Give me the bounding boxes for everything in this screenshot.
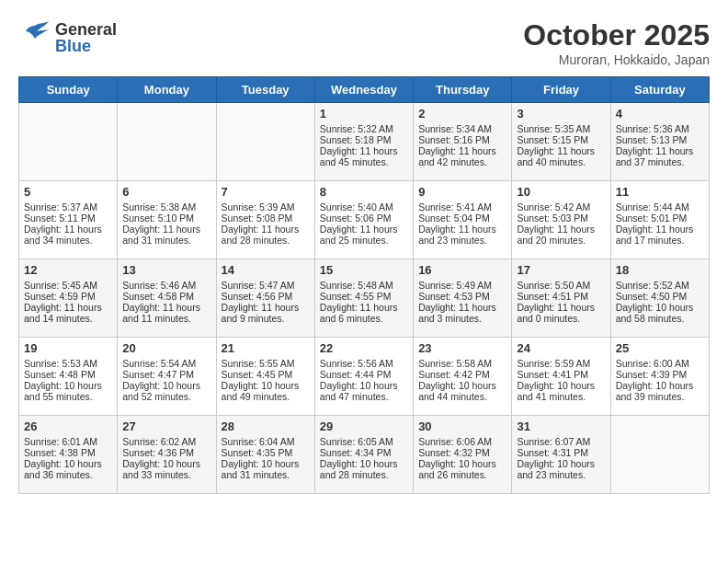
day-cell: 1Sunrise: 5:32 AMSunset: 5:18 PMDaylight…	[314, 103, 413, 181]
day-number: 1	[320, 107, 408, 121]
day-info: Daylight: 11 hours	[320, 145, 408, 156]
day-info: and 40 minutes.	[517, 156, 605, 167]
day-info: Daylight: 11 hours	[517, 224, 605, 235]
day-info: and 44 minutes.	[418, 391, 506, 402]
day-cell: 28Sunrise: 6:04 AMSunset: 4:35 PMDayligh…	[216, 416, 314, 494]
day-info: Sunset: 4:42 PM	[418, 369, 506, 380]
location: Muroran, Hokkaido, Japan	[523, 52, 710, 67]
day-number: 21	[222, 341, 310, 355]
day-info: and 33 minutes.	[122, 469, 210, 480]
header-day-saturday: Saturday	[610, 77, 709, 103]
day-number: 15	[320, 263, 408, 277]
day-info: Daylight: 11 hours	[222, 224, 310, 235]
day-info: Sunrise: 5:39 AM	[222, 201, 310, 213]
day-info: Sunrise: 5:41 AM	[418, 201, 506, 213]
day-info: Daylight: 11 hours	[517, 302, 605, 313]
day-info: Sunset: 4:50 PM	[616, 291, 704, 302]
day-cell: 20Sunrise: 5:54 AMSunset: 4:47 PMDayligh…	[118, 338, 216, 416]
day-number: 28	[222, 419, 310, 433]
day-number: 8	[320, 185, 408, 199]
day-info: and 23 minutes.	[418, 235, 506, 246]
day-info: Sunrise: 5:37 AM	[24, 201, 112, 213]
day-info: Sunrise: 5:55 AM	[222, 358, 310, 369]
day-info: Sunset: 5:06 PM	[320, 213, 408, 224]
day-info: Sunset: 4:48 PM	[24, 369, 112, 380]
day-info: Daylight: 10 hours	[24, 380, 112, 391]
day-info: Sunrise: 5:44 AM	[616, 201, 704, 213]
day-info: Sunrise: 6:06 AM	[418, 436, 506, 447]
week-row-2: 5Sunrise: 5:37 AMSunset: 5:11 PMDaylight…	[19, 181, 710, 259]
day-info: and 45 minutes.	[320, 156, 408, 167]
day-info: and 17 minutes.	[616, 235, 704, 246]
day-info: Sunrise: 5:38 AM	[122, 201, 210, 213]
day-cell: 6Sunrise: 5:38 AMSunset: 5:10 PMDaylight…	[118, 181, 216, 259]
logo-name: General Blue	[55, 21, 117, 54]
day-cell: 31Sunrise: 6:07 AMSunset: 4:31 PMDayligh…	[512, 416, 610, 494]
day-info: Sunset: 4:56 PM	[222, 291, 310, 302]
day-number: 30	[418, 419, 506, 433]
day-info: and 28 minutes.	[320, 469, 408, 480]
day-info: Sunrise: 5:46 AM	[122, 280, 210, 291]
day-info: Daylight: 11 hours	[222, 302, 310, 313]
day-info: Daylight: 10 hours	[222, 458, 310, 469]
day-info: and 14 minutes.	[24, 313, 112, 324]
day-info: Sunrise: 5:36 AM	[616, 123, 704, 134]
day-info: Sunrise: 5:54 AM	[122, 358, 210, 369]
day-info: Daylight: 10 hours	[418, 458, 506, 469]
day-number: 11	[616, 185, 704, 199]
day-cell: 26Sunrise: 6:01 AMSunset: 4:38 PMDayligh…	[19, 416, 118, 494]
day-cell: 8Sunrise: 5:40 AMSunset: 5:06 PMDaylight…	[314, 181, 413, 259]
day-info: Daylight: 10 hours	[616, 302, 704, 313]
day-info: and 37 minutes.	[616, 156, 704, 167]
day-cell: 11Sunrise: 5:44 AMSunset: 5:01 PMDayligh…	[610, 181, 709, 259]
day-cell	[216, 103, 314, 181]
day-number: 23	[418, 341, 506, 355]
logo-icon	[18, 18, 51, 56]
day-info: Sunrise: 5:34 AM	[418, 123, 506, 134]
day-cell: 13Sunrise: 5:46 AMSunset: 4:58 PMDayligh…	[118, 259, 216, 338]
day-cell: 30Sunrise: 6:06 AMSunset: 4:32 PMDayligh…	[414, 416, 512, 494]
day-info: Daylight: 11 hours	[320, 302, 408, 313]
day-info: Sunrise: 5:48 AM	[320, 280, 408, 291]
day-info: Sunrise: 5:49 AM	[418, 280, 506, 291]
day-info: and 39 minutes.	[616, 391, 704, 402]
day-number: 16	[418, 263, 506, 277]
day-info: Daylight: 10 hours	[122, 380, 210, 391]
day-info: Sunset: 5:08 PM	[222, 213, 310, 224]
month-title: October 2025	[523, 18, 710, 52]
day-info: and 9 minutes.	[222, 313, 310, 324]
day-info: and 6 minutes.	[320, 313, 408, 324]
day-info: and 52 minutes.	[122, 391, 210, 402]
day-number: 12	[24, 263, 112, 277]
day-info: Sunrise: 6:04 AM	[222, 436, 310, 447]
week-row-5: 26Sunrise: 6:01 AMSunset: 4:38 PMDayligh…	[19, 416, 710, 494]
day-number: 17	[517, 263, 605, 277]
day-cell	[118, 103, 216, 181]
day-number: 31	[517, 419, 605, 433]
day-info: Sunset: 5:11 PM	[24, 213, 112, 224]
day-number: 18	[616, 263, 704, 277]
day-info: Sunset: 5:15 PM	[517, 134, 605, 145]
day-info: and 28 minutes.	[222, 235, 310, 246]
day-info: and 0 minutes.	[517, 313, 605, 324]
day-info: Sunrise: 5:32 AM	[320, 123, 408, 134]
day-number: 6	[122, 185, 210, 199]
day-number: 25	[616, 341, 704, 355]
day-info: Sunrise: 5:59 AM	[517, 358, 605, 369]
week-row-4: 19Sunrise: 5:53 AMSunset: 4:48 PMDayligh…	[19, 338, 710, 416]
header-day-friday: Friday	[512, 77, 610, 103]
day-info: Sunset: 4:45 PM	[222, 369, 310, 380]
day-info: Daylight: 10 hours	[24, 458, 112, 469]
day-number: 29	[320, 419, 408, 433]
day-info: and 26 minutes.	[418, 469, 506, 480]
day-cell: 16Sunrise: 5:49 AMSunset: 4:53 PMDayligh…	[414, 259, 512, 338]
day-info: Sunset: 5:13 PM	[616, 134, 704, 145]
calendar-body: 1Sunrise: 5:32 AMSunset: 5:18 PMDaylight…	[19, 103, 710, 494]
day-cell: 7Sunrise: 5:39 AMSunset: 5:08 PMDaylight…	[216, 181, 314, 259]
day-info: Sunset: 4:58 PM	[122, 291, 210, 302]
day-cell: 22Sunrise: 5:56 AMSunset: 4:44 PMDayligh…	[314, 338, 413, 416]
day-number: 7	[222, 185, 310, 199]
day-info: Sunset: 4:34 PM	[320, 447, 408, 458]
day-cell: 19Sunrise: 5:53 AMSunset: 4:48 PMDayligh…	[19, 338, 118, 416]
day-info: Daylight: 10 hours	[616, 380, 704, 391]
